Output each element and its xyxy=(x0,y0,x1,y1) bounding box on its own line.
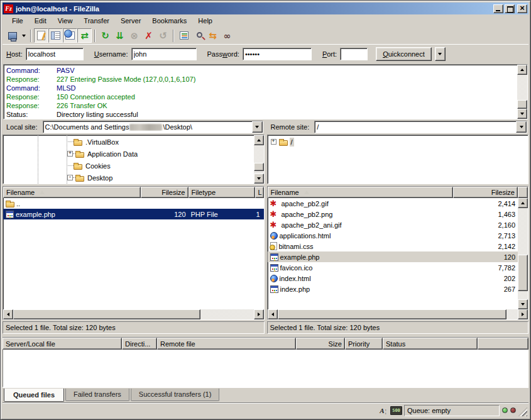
file-row[interactable]: applications.html 2,713 xyxy=(268,230,518,241)
tree-item-root[interactable]: + / xyxy=(268,136,528,148)
php-file-icon xyxy=(270,285,278,293)
quickconnect-dropdown[interactable] xyxy=(435,47,446,61)
data-type-icon[interactable]: A xyxy=(378,406,388,416)
speed-limit-icon[interactable]: 500 xyxy=(391,406,402,416)
tree-item-cookies[interactable]: Cookies xyxy=(3,160,254,172)
file-row[interactable]: bitnami.css 2,142 xyxy=(268,241,518,251)
column-header-filename[interactable]: Filename xyxy=(268,187,454,198)
column-header-filesize[interactable]: Filesize xyxy=(141,187,189,198)
close-button[interactable] xyxy=(517,4,527,13)
toggle-queue-view-icon[interactable]: ⇄ xyxy=(77,28,92,43)
column-header-status[interactable]: Status xyxy=(383,338,478,350)
tab-successful-transfers[interactable]: Successful transfers (1) xyxy=(131,389,220,401)
log-scrollbar[interactable] xyxy=(517,65,527,119)
host-input[interactable] xyxy=(26,48,84,60)
file-row[interactable]: apache_pb2_ani.gif 2,160 xyxy=(268,219,518,230)
remote-site-combo[interactable]: / xyxy=(314,121,527,133)
menu-file[interactable]: File xyxy=(6,16,29,26)
column-header-filesize[interactable]: Filesize xyxy=(453,187,518,198)
directory-listing-filters-icon[interactable] xyxy=(177,28,191,43)
column-header-server-local-file[interactable]: Server/Local file xyxy=(3,338,122,350)
file-row-parent-dir[interactable]: .. xyxy=(3,198,264,209)
find-files-icon[interactable]: ∞ xyxy=(220,28,234,43)
scroll-left-button[interactable] xyxy=(268,309,278,319)
message-log: Command:PASV Response:227 Entering Passi… xyxy=(3,64,528,119)
scroll-thumb[interactable] xyxy=(278,309,507,319)
scroll-thumb[interactable] xyxy=(518,255,528,291)
menu-server[interactable]: Server xyxy=(115,16,146,26)
toggle-log-view-icon[interactable] xyxy=(34,28,48,43)
remote-list-hscrollbar[interactable] xyxy=(268,309,528,319)
resize-grip[interactable] xyxy=(518,407,527,416)
tree-expander[interactable]: + xyxy=(271,139,276,145)
scroll-down-button[interactable] xyxy=(254,174,264,184)
column-header-remote-file[interactable]: Remote file xyxy=(157,338,296,350)
scroll-up-button[interactable] xyxy=(254,135,264,145)
local-site-dropdown[interactable] xyxy=(252,121,263,133)
site-manager-icon[interactable] xyxy=(5,28,19,43)
local-list-hscrollbar[interactable] xyxy=(3,309,264,319)
column-header-filename[interactable]: Filename xyxy=(3,187,141,198)
toggle-remote-tree-icon[interactable] xyxy=(63,28,77,43)
column-header-size[interactable]: Size xyxy=(296,338,345,350)
file-row[interactable]: index.php 267 xyxy=(268,284,518,294)
menu-view[interactable]: View xyxy=(52,16,79,26)
file-row[interactable]: apache_pb2.gif 2,414 xyxy=(268,198,518,209)
scroll-right-button[interactable] xyxy=(518,309,528,319)
password-input[interactable] xyxy=(243,48,312,60)
tree-item-virtualbox[interactable]: .VirtualBox xyxy=(3,136,254,148)
file-row[interactable]: apache_pb2.png 1,463 xyxy=(268,209,518,219)
maximize-button[interactable] xyxy=(505,4,515,13)
tree-item-desktop[interactable]: - Desktop xyxy=(3,172,254,184)
menu-help[interactable]: Help xyxy=(192,16,218,26)
scroll-down-button[interactable] xyxy=(517,109,527,119)
menu-bookmarks[interactable]: Bookmarks xyxy=(146,16,192,26)
refresh-icon[interactable]: ↻ xyxy=(98,28,112,43)
menu-transfer[interactable]: Transfer xyxy=(78,16,115,26)
tab-failed-transfers[interactable]: Failed transfers xyxy=(65,389,129,401)
tree-item-application-data[interactable]: + Application Data xyxy=(3,148,254,160)
title-bar[interactable]: Fz john@localhost - FileZilla xyxy=(3,3,528,14)
tree-expander[interactable]: + xyxy=(67,151,73,157)
scroll-thumb[interactable] xyxy=(13,309,200,319)
scroll-thumb[interactable] xyxy=(254,163,264,171)
quickconnect-button[interactable]: Quickconnect xyxy=(376,47,432,61)
file-row-selected[interactable]: example.php 120 xyxy=(268,251,518,262)
column-header-last-modified[interactable]: L xyxy=(255,187,264,198)
menu-edit[interactable]: Edit xyxy=(29,16,52,26)
directory-comparison-icon[interactable] xyxy=(191,28,205,43)
reconnect-icon[interactable]: ↺ xyxy=(156,28,170,43)
minimize-button[interactable] xyxy=(493,4,503,13)
username-label: Username: xyxy=(94,50,128,58)
toggle-local-tree-icon[interactable] xyxy=(48,28,63,43)
column-header-filetype[interactable]: Filetype xyxy=(189,187,255,198)
cancel-operation-icon[interactable]: ⊗ xyxy=(127,28,141,43)
local-file-list: Filename Filesize Filetype L .. example.… xyxy=(3,186,265,320)
local-site-combo[interactable]: C:\Documents and Settings\Desktop\ xyxy=(43,121,263,133)
file-row[interactable]: index.html 202 xyxy=(268,273,518,284)
tree-expander[interactable]: - xyxy=(67,175,73,180)
queue-list[interactable] xyxy=(3,350,528,387)
scroll-down-button[interactable] xyxy=(518,299,528,309)
column-header-priority[interactable]: Priority xyxy=(345,338,383,350)
port-input[interactable] xyxy=(340,48,368,60)
scroll-thumb[interactable] xyxy=(517,100,527,109)
file-row[interactable]: favicon.ico 7,782 xyxy=(268,262,518,273)
folder-icon xyxy=(74,164,82,170)
synchronized-browsing-icon[interactable]: ⇆ xyxy=(205,28,220,43)
site-manager-dropdown[interactable] xyxy=(19,29,28,42)
file-row-example-php[interactable]: example.php 120 PHP File 1 xyxy=(3,209,264,219)
scroll-up-button[interactable] xyxy=(518,198,528,208)
scroll-right-button[interactable] xyxy=(254,309,264,319)
process-queue-icon[interactable]: ⇊ xyxy=(112,28,127,43)
username-input[interactable] xyxy=(131,48,197,60)
remote-site-dropdown[interactable] xyxy=(516,121,527,133)
remote-list-scrollbar[interactable] xyxy=(518,198,528,309)
local-tree-scrollbar[interactable] xyxy=(254,135,264,184)
tab-queued-files[interactable]: Queued files xyxy=(4,389,64,402)
column-header-direction[interactable]: Directi... xyxy=(122,338,157,350)
scroll-up-button[interactable] xyxy=(517,65,527,75)
filezilla-window: Fz john@localhost - FileZilla File Edit … xyxy=(0,0,531,420)
scroll-left-button[interactable] xyxy=(3,309,13,319)
disconnect-icon[interactable]: ✗ xyxy=(141,28,156,43)
